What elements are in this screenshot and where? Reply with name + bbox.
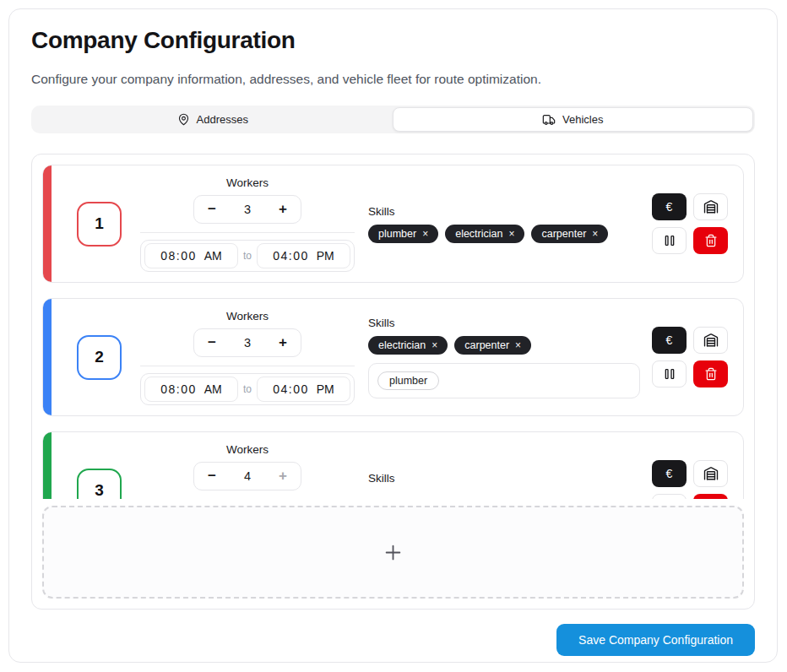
workers-count: 4 [230, 469, 265, 483]
skill-tag[interactable]: carpenter× [531, 225, 608, 243]
start-time-value: 08:00 [160, 249, 197, 263]
remove-skill-icon[interactable]: × [515, 339, 521, 351]
section-divider [140, 366, 355, 366]
to-label: to [243, 250, 252, 262]
increase-workers-button[interactable]: + [265, 335, 301, 350]
remove-skill-icon[interactable]: × [431, 339, 437, 351]
workers-stepper: − 3 + [193, 328, 301, 357]
vehicle-actions: € [652, 460, 728, 499]
workers-count: 3 [230, 203, 265, 216]
pause-icon [663, 234, 676, 247]
cost-button[interactable]: € [652, 193, 687, 220]
vehicle-number-badge: 3 [77, 469, 122, 500]
workers-section: Workers − 3 + 08:00 AM to 0 [140, 176, 355, 272]
shift-time-range: 08:00 AM to 04:00 PM [140, 373, 355, 405]
skill-tag[interactable]: electrician× [368, 336, 448, 355]
end-time-input[interactable]: 04:00 PM [257, 243, 350, 268]
remove-skill-icon[interactable]: × [422, 228, 428, 240]
page-subtitle: Configure your company information, addr… [31, 72, 755, 87]
skill-tag-label: electrician [455, 228, 502, 240]
map-pin-icon [177, 113, 190, 126]
save-button[interactable]: Save Company Configuration [556, 624, 755, 656]
remove-skill-icon[interactable]: × [508, 228, 514, 240]
skill-tag-label: electrician [378, 339, 426, 351]
cost-button[interactable]: € [652, 460, 687, 487]
vehicle-number: 2 [95, 348, 104, 366]
skill-tag[interactable]: plumber× [368, 225, 438, 243]
warehouse-icon [703, 199, 719, 214]
depot-button[interactable] [693, 193, 728, 220]
start-time-input[interactable]: 08:00 AM [144, 377, 238, 402]
skills-input[interactable]: plumber [368, 363, 640, 398]
end-time-value: 04:00 [273, 249, 309, 263]
skills-section: Skills [368, 472, 640, 500]
available-skill-chip[interactable]: plumber [377, 371, 439, 390]
tab-vehicles[interactable]: Vehicles [393, 107, 754, 132]
decrease-workers-button[interactable]: − [194, 469, 230, 483]
skills-label: Skills [368, 472, 640, 485]
tab-bar: Addresses Vehicles [31, 106, 755, 133]
section-divider [140, 232, 355, 233]
skills-label: Skills [368, 205, 640, 218]
plus-icon [382, 541, 404, 564]
vehicle-card-3: 3 Workers − 4 + to [42, 431, 744, 499]
pause-button[interactable] [652, 360, 687, 387]
increase-workers-button[interactable]: + [265, 469, 301, 483]
decrease-workers-button[interactable]: − [194, 335, 230, 350]
vehicle-number: 1 [95, 214, 104, 233]
end-ampm-value: PM [317, 249, 334, 263]
delete-vehicle-button[interactable] [693, 227, 728, 254]
section-divider [140, 499, 355, 500]
tab-label-addresses: Addresses [197, 113, 248, 126]
footer: Save Company Configuration [31, 624, 755, 656]
vehicle-accent-bar [43, 165, 52, 282]
remove-skill-icon[interactable]: × [592, 228, 598, 240]
depot-button[interactable] [693, 327, 728, 354]
vehicle-accent-bar [43, 432, 52, 499]
start-ampm-value: AM [204, 249, 222, 263]
workers-count: 3 [230, 336, 265, 350]
workers-label: Workers [140, 310, 355, 322]
shift-time-range: 08:00 AM to 04:00 PM [140, 240, 355, 272]
vehicle-number: 3 [95, 481, 104, 499]
trash-icon [704, 367, 718, 381]
trash-icon [704, 234, 718, 247]
truck-icon [542, 113, 556, 127]
vehicle-actions: € [652, 327, 728, 387]
end-time-value: 04:00 [273, 382, 309, 396]
skill-tag-label: carpenter [541, 228, 586, 240]
increase-workers-button[interactable]: + [265, 202, 301, 216]
end-time-input[interactable]: 04:00 PM [257, 377, 350, 402]
decrease-workers-button[interactable]: − [194, 202, 230, 216]
warehouse-icon [703, 333, 719, 348]
tab-addresses[interactable]: Addresses [33, 107, 393, 132]
skill-tag[interactable]: electrician× [445, 225, 524, 243]
skill-tags: plumber× electrician× carpenter× [368, 225, 640, 243]
cost-button[interactable]: € [652, 327, 687, 354]
delete-vehicle-button[interactable] [693, 360, 728, 387]
start-time-value: 08:00 [160, 382, 197, 396]
skill-tag[interactable]: carpenter× [454, 336, 531, 355]
depot-button[interactable] [693, 460, 728, 487]
to-label: to [243, 383, 252, 395]
pause-icon [663, 367, 676, 381]
add-vehicle-button[interactable] [42, 506, 744, 599]
start-time-input[interactable]: 08:00 AM [144, 243, 238, 268]
pause-button[interactable] [652, 494, 687, 499]
skills-section: Skills plumber× electrician× carpenter× [368, 205, 640, 243]
skill-tag-label: plumber [378, 228, 416, 240]
vehicle-list: 1 Workers − 3 + 08:00 AM t [42, 165, 744, 499]
vehicle-card-1: 1 Workers − 3 + 08:00 AM t [42, 165, 744, 283]
workers-label: Workers [140, 443, 355, 456]
skills-label: Skills [368, 317, 640, 329]
delete-vehicle-button[interactable] [693, 494, 728, 499]
workers-stepper: − 4 + [193, 462, 301, 490]
workers-label: Workers [140, 176, 355, 189]
skills-section: Skills electrician× carpenter× plumber [368, 317, 640, 398]
end-ampm-value: PM [317, 382, 334, 396]
pause-button[interactable] [652, 227, 687, 254]
vehicle-actions: € [652, 193, 728, 254]
start-ampm-value: AM [204, 382, 222, 396]
tab-label-vehicles: Vehicles [562, 113, 603, 126]
workers-section: Workers − 4 + to [140, 443, 355, 500]
